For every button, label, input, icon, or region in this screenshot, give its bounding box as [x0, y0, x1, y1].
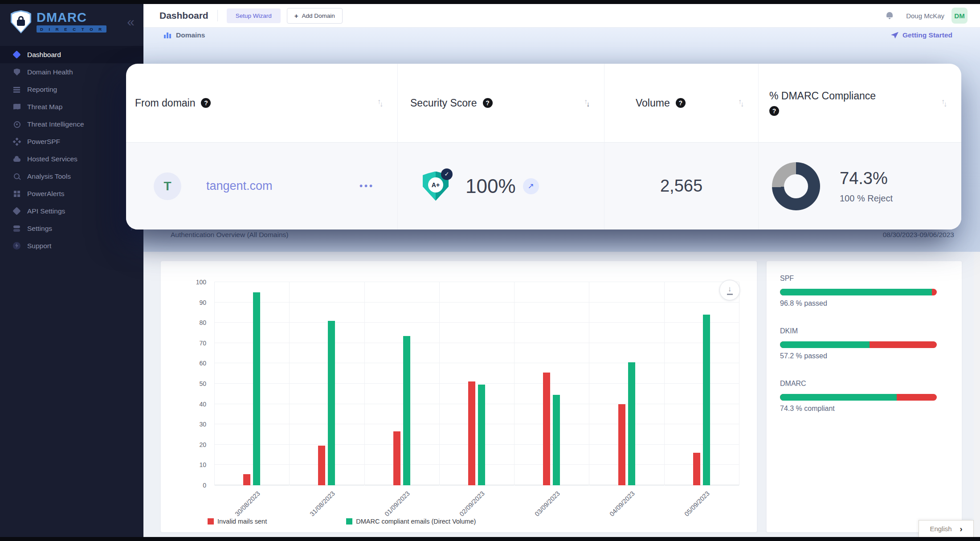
security-score-cell: A+ ✓ 100% ↗	[398, 143, 604, 230]
bar-group: 04/09/2023	[589, 282, 664, 485]
x-axis-label: 01/09/2023	[383, 490, 411, 518]
brand-shield-lock-icon	[11, 10, 31, 33]
layers2-icon	[12, 207, 21, 216]
legend-item: DMARC compliant emails (Direct Volume)	[346, 518, 476, 525]
sidebar-item-support[interactable]: Support	[0, 237, 143, 254]
row-actions-menu-icon[interactable]: •••	[359, 181, 374, 191]
sort-icon[interactable]: ↑↓	[584, 99, 590, 107]
sidebar-item-hosted-services[interactable]: Hosted Services	[0, 150, 143, 168]
bar-invalid-mails-sent	[393, 431, 400, 485]
nodes-icon	[12, 137, 21, 146]
sidebar-item-poweralerts[interactable]: PowerAlerts›	[0, 185, 143, 202]
bar-invalid-mails-sent	[543, 373, 550, 485]
y-axis-tick: 20	[188, 441, 206, 448]
user-name: Doug McKay	[906, 12, 944, 20]
sidebar-item-reporting[interactable]: Reporting	[0, 81, 143, 98]
y-axis-tick: 50	[188, 380, 206, 387]
auth-item-caption: 96.8 % passed	[780, 299, 948, 307]
sidebar-collapse-icon[interactable]: «	[127, 15, 135, 29]
window-bottom-edge	[0, 537, 980, 541]
domain-avatar: T	[154, 172, 181, 200]
bar-chart-plot: 010203040506070809010030/08/202331/08/20…	[214, 282, 739, 485]
chevron-right-icon: ›	[960, 525, 963, 533]
shield-icon	[12, 68, 21, 77]
sidebar-item-analysis-tools[interactable]: Analysis Tools›	[0, 168, 143, 185]
help-icon[interactable]: ?	[676, 98, 686, 108]
map-icon	[12, 102, 21, 111]
add-domain-button[interactable]: + Add Domain	[287, 8, 343, 24]
rocket-icon	[891, 32, 898, 39]
bar-dmarc-compliant-emails-direct-volume-	[628, 362, 635, 485]
auth-item-label: SPF	[780, 275, 948, 283]
notifications-bell-icon[interactable]	[886, 12, 894, 20]
auth-progress-bar	[780, 341, 937, 348]
setup-wizard-button[interactable]: Setup Wizard	[227, 8, 281, 23]
volume-cell: 2,565	[604, 143, 759, 230]
sidebar-item-threat-map[interactable]: Threat Map	[0, 98, 143, 115]
help-icon[interactable]: ?	[201, 98, 211, 108]
bolt-icon	[12, 242, 21, 250]
legend-item: Invalid mails sent	[208, 518, 267, 525]
compliance-donut	[772, 162, 820, 210]
sidebar-item-domain-health[interactable]: Domain Health	[0, 63, 143, 81]
x-axis-label: 03/09/2023	[533, 490, 561, 518]
bar-group: 31/08/2023	[289, 282, 364, 485]
sidebar-item-settings[interactable]: Settings›	[0, 220, 143, 237]
y-axis-tick: 90	[188, 299, 206, 306]
search-icon	[12, 172, 21, 181]
bar-group: 02/09/2023	[439, 282, 514, 485]
y-axis-tick: 80	[188, 319, 206, 326]
legend-swatch	[208, 518, 214, 525]
sidebar-item-label: Support	[27, 242, 51, 250]
sidebar-item-label: PowerAlerts	[27, 190, 65, 198]
open-score-link-icon[interactable]: ↗	[523, 178, 539, 194]
auth-item-caption: 57.2 % passed	[780, 352, 948, 360]
auth-item-label: DMARC	[780, 380, 948, 388]
add-domain-label: Add Domain	[302, 12, 335, 19]
column-header-security-score: Security Score ? ↑↓	[398, 64, 604, 143]
authentication-overview-chart-card: ↓ 010203040506070809010030/08/202331/08/…	[160, 261, 757, 533]
brand-wordmark: DMARC D I R E C T O R	[37, 11, 106, 33]
compliance-value: 74.3%	[840, 169, 893, 188]
chart-legend: Invalid mails sentDMARC compliant emails…	[208, 518, 476, 525]
help-icon[interactable]: ?	[769, 106, 779, 116]
grid-icon	[12, 189, 21, 198]
sidebar-item-powerspf[interactable]: PowerSPF	[0, 133, 143, 150]
language-selector[interactable]: English ›	[919, 520, 974, 537]
download-icon: ↓	[728, 285, 732, 293]
bar-invalid-mails-sent	[318, 446, 325, 485]
sort-icon[interactable]: ↑↓	[377, 99, 383, 107]
sort-icon[interactable]: ↑↓	[941, 99, 947, 107]
help-icon[interactable]: ?	[483, 98, 493, 108]
window-top-edge	[0, 0, 980, 4]
volume-value: 2,565	[660, 176, 702, 196]
getting-started-link[interactable]: Getting Started	[891, 31, 952, 39]
chart-download-button[interactable]: ↓	[719, 280, 740, 300]
x-axis-label: 30/08/2023	[233, 490, 261, 518]
x-axis-label: 04/09/2023	[608, 490, 636, 518]
legend-swatch	[346, 518, 352, 525]
target-icon	[12, 120, 21, 129]
x-axis-label: 05/09/2023	[683, 490, 711, 518]
sidebar-item-label: Threat Intelligence	[27, 120, 84, 128]
date-range[interactable]: 08/30/2023-09/06/2023	[883, 231, 954, 239]
sidebar-item-api-settings[interactable]: API Settings	[0, 202, 143, 220]
policy-label: 100 % Reject	[840, 193, 893, 204]
sidebar-item-dashboard[interactable]: Dashboard	[0, 46, 143, 63]
domains-card-title: Domains	[164, 31, 205, 39]
domain-link[interactable]: tangent.com	[206, 179, 273, 193]
bar-group: 05/09/2023	[664, 282, 739, 485]
x-axis-label: 31/08/2023	[308, 490, 336, 518]
user-avatar[interactable]: DM	[951, 8, 968, 24]
sidebar-item-threat-intelligence[interactable]: Threat Intelligence	[0, 115, 143, 133]
sort-icon[interactable]: ↑↓	[738, 99, 744, 107]
bar-invalid-mails-sent	[618, 404, 625, 485]
security-score-value: 100%	[466, 175, 516, 197]
bar-chart-icon	[164, 32, 172, 38]
y-axis-tick: 60	[188, 360, 206, 367]
auth-item-spf: SPF96.8 % passed	[780, 275, 948, 307]
bar-dmarc-compliant-emails-direct-volume-	[328, 321, 335, 485]
check-badge-icon: ✓	[441, 168, 453, 180]
logo-row: DMARC D I R E C T O R «	[0, 4, 143, 40]
bar-dmarc-compliant-emails-direct-volume-	[403, 336, 410, 485]
